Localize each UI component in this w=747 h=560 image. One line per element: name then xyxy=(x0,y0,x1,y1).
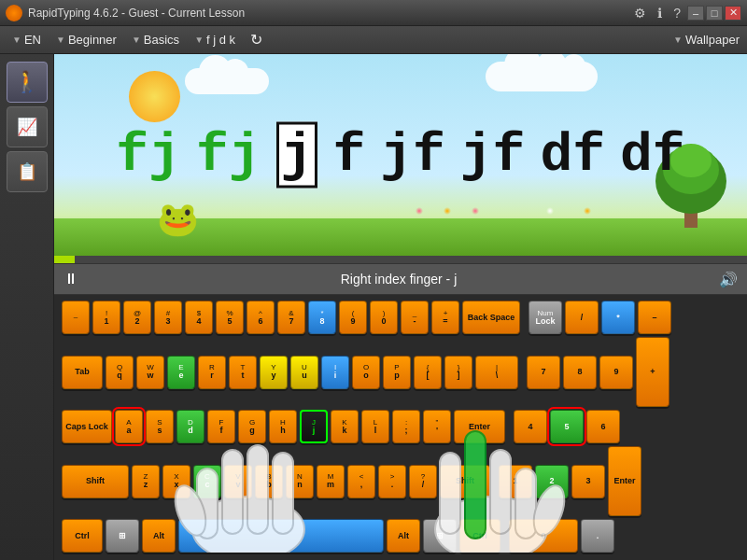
key-a[interactable]: Aa xyxy=(115,410,143,443)
key-o[interactable]: Oo xyxy=(352,356,380,389)
lesson-menu[interactable]: ▼ Basics xyxy=(127,31,184,49)
key-9[interactable]: (9 xyxy=(339,301,367,334)
key-bracket-close[interactable]: }] xyxy=(444,356,472,389)
key-backslash[interactable]: |\ xyxy=(475,356,518,389)
key-r[interactable]: Rr xyxy=(198,356,226,389)
key-f[interactable]: Ff xyxy=(207,410,235,443)
key-b[interactable]: Bb xyxy=(255,465,283,498)
key-win-left[interactable]: ⊞ xyxy=(106,519,139,553)
key-period[interactable]: >. xyxy=(378,465,406,498)
pause-button[interactable]: ⏸ xyxy=(63,271,78,287)
level-menu[interactable]: ▼ Beginner xyxy=(51,31,121,49)
maximize-button[interactable]: □ xyxy=(706,6,723,21)
key-bracket-open[interactable]: {[ xyxy=(414,356,442,389)
key-j[interactable]: Jj xyxy=(300,410,328,443)
char-upcoming-df-2: df xyxy=(620,125,685,186)
key-quote[interactable]: "' xyxy=(423,410,451,443)
chars-menu[interactable]: ▼ f j d k xyxy=(190,31,240,49)
key-7[interactable]: &7 xyxy=(277,301,305,334)
key-num-5[interactable]: 5 xyxy=(550,410,584,443)
key-alt-right[interactable]: Alt xyxy=(387,519,420,553)
wallpaper-label: Wallpaper xyxy=(685,33,740,47)
key-s[interactable]: Ss xyxy=(146,410,174,443)
key-num-minus[interactable]: – xyxy=(638,301,671,334)
key-k[interactable]: Kk xyxy=(331,410,359,443)
key-shift-left[interactable]: Shift xyxy=(62,465,129,498)
key-num-4[interactable]: 4 xyxy=(514,410,547,443)
language-menu[interactable]: ▼ EN xyxy=(7,31,46,49)
key-win-right[interactable]: ⊞ xyxy=(423,519,457,553)
key-l[interactable]: Ll xyxy=(361,410,389,443)
help-icon[interactable]: ? xyxy=(669,6,685,21)
progress-bar-fill xyxy=(54,256,75,263)
key-num-3[interactable]: 3 xyxy=(571,465,605,498)
key-num-0[interactable]: 0 xyxy=(509,519,578,553)
key-6[interactable]: ^6 xyxy=(247,301,275,334)
sidebar-item-stats[interactable]: 📈 xyxy=(7,106,48,147)
key-tab[interactable]: Tab xyxy=(62,356,103,389)
key-2[interactable]: @2 xyxy=(123,301,151,334)
key-ctrl-right[interactable]: Ctrl xyxy=(459,519,500,553)
info-icon[interactable]: ℹ xyxy=(653,6,667,21)
key-g[interactable]: Gg xyxy=(238,410,266,443)
key-h[interactable]: Hh xyxy=(269,410,297,443)
key-num-slash[interactable]: / xyxy=(565,301,599,334)
key-semicolon[interactable]: :; xyxy=(392,410,420,443)
sidebar-item-docs[interactable]: 📋 xyxy=(7,151,48,192)
key-alt-left[interactable]: Alt xyxy=(142,519,176,553)
char-fj-2: fj xyxy=(196,125,261,186)
key-0[interactable]: )0 xyxy=(370,301,398,334)
wallpaper-menu[interactable]: ▼ Wallpaper xyxy=(673,33,740,47)
key-n[interactable]: Nn xyxy=(286,465,314,498)
keyboard: – !1 @2 #3 $4 %5 ^6 &7 *8 (9 )0 _- += Ba… xyxy=(62,301,740,553)
key-y[interactable]: Yy xyxy=(260,356,288,389)
key-4[interactable]: $4 xyxy=(185,301,213,334)
key-enter[interactable]: Enter xyxy=(454,410,505,443)
key-z[interactable]: Zz xyxy=(132,465,160,498)
sidebar-item-lesson[interactable]: 🚶 xyxy=(7,62,48,103)
key-num-6[interactable]: 6 xyxy=(586,410,620,443)
key-num-9[interactable]: 9 xyxy=(599,356,633,389)
key-space[interactable] xyxy=(178,519,384,553)
close-button[interactable]: ✕ xyxy=(725,6,741,21)
key-ctrl-left[interactable]: Ctrl xyxy=(62,519,103,553)
key-num-plus[interactable]: + xyxy=(636,337,669,407)
key-numlock[interactable]: NumLock xyxy=(529,301,562,334)
key-hyphen[interactable]: _- xyxy=(401,301,429,334)
key-d[interactable]: Dd xyxy=(176,410,204,443)
key-backspace[interactable]: Back Space xyxy=(462,301,520,334)
key-minus[interactable]: – xyxy=(62,301,90,334)
key-u[interactable]: Uu xyxy=(290,356,318,389)
key-e[interactable]: Ee xyxy=(167,356,195,389)
key-shift-right[interactable]: Shift xyxy=(440,465,490,498)
key-slash[interactable]: ?/ xyxy=(409,465,437,498)
key-num-2[interactable]: 2 xyxy=(535,465,569,498)
key-t[interactable]: Tt xyxy=(229,356,257,389)
key-c[interactable]: Cc xyxy=(193,465,221,498)
key-i[interactable]: Ii xyxy=(321,356,349,389)
key-3[interactable]: #3 xyxy=(154,301,182,334)
key-1[interactable]: !1 xyxy=(92,301,120,334)
key-x[interactable]: Xx xyxy=(162,465,190,498)
key-num-star[interactable]: * xyxy=(601,301,635,334)
key-8[interactable]: *8 xyxy=(308,301,336,334)
key-q[interactable]: Qq xyxy=(106,356,134,389)
key-p[interactable]: Pp xyxy=(383,356,411,389)
key-equals[interactable]: += xyxy=(431,301,459,334)
typing-text-display: fj fj j f jf jf df df xyxy=(54,122,747,189)
key-m[interactable]: Mm xyxy=(317,465,345,498)
key-num-1[interactable]: 1 xyxy=(499,465,532,498)
minimize-button[interactable]: – xyxy=(687,6,704,21)
key-v[interactable]: Vv xyxy=(224,465,252,498)
key-5[interactable]: %5 xyxy=(216,301,244,334)
key-num-del[interactable]: . xyxy=(581,519,614,553)
refresh-button[interactable]: ↻ xyxy=(246,29,267,50)
settings-icon[interactable]: ⚙ xyxy=(629,6,651,21)
key-w[interactable]: Ww xyxy=(136,356,164,389)
key-comma[interactable]: <, xyxy=(347,465,375,498)
key-num-7[interactable]: 7 xyxy=(527,356,560,389)
key-num-8[interactable]: 8 xyxy=(563,356,597,389)
key-num-enter[interactable]: Enter xyxy=(608,446,641,516)
volume-icon[interactable]: 🔊 xyxy=(719,271,738,288)
key-capslock[interactable]: Caps Lock xyxy=(62,410,112,443)
